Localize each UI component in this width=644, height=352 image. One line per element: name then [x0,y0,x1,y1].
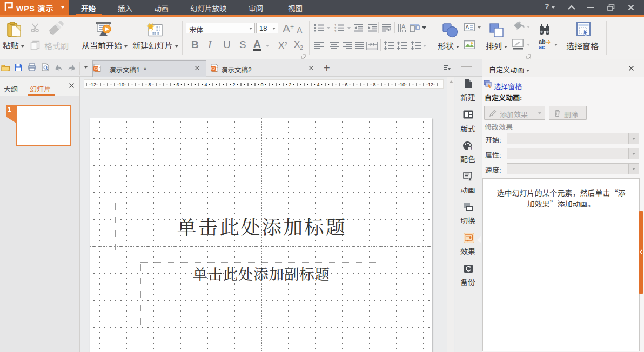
svg-text:10: 10 [119,82,124,87]
svg-text:A: A [466,24,469,30]
svg-text:4: 4 [317,82,319,87]
svg-text:A: A [402,24,406,30]
svg-text:6: 6 [176,82,179,87]
svg-text:2: 2 [289,82,291,87]
svg-text:4: 4 [204,82,207,87]
svg-text:0: 0 [260,82,263,87]
svg-text:2: 2 [232,82,235,87]
svg-text:!: ! [471,146,472,151]
svg-text:12: 12 [428,82,433,87]
svg-text:12: 12 [91,82,96,87]
svg-text:10: 10 [400,82,405,87]
svg-text:8: 8 [373,82,375,87]
svg-text:8: 8 [148,82,151,87]
svg-text:6: 6 [345,82,347,87]
svg-text:3: 3 [334,30,337,33]
